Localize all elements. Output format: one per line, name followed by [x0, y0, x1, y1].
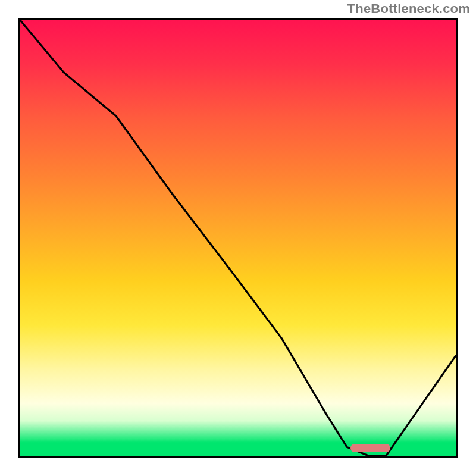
- watermark-text: TheBottleneck.com: [347, 1, 470, 17]
- optimal-range-marker: [350, 444, 390, 452]
- bottleneck-curve: [20, 20, 456, 456]
- plot-area: [18, 18, 458, 458]
- chart-container: TheBottleneck.com: [0, 0, 476, 476]
